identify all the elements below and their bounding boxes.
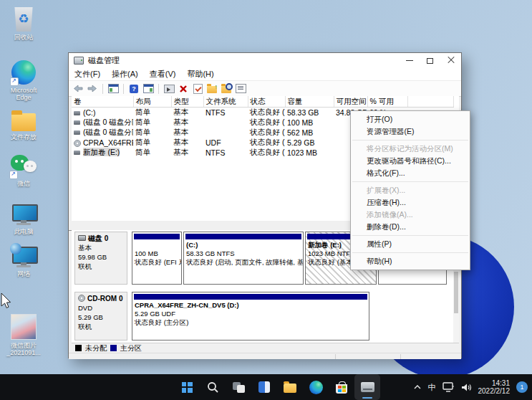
red-x-icon	[179, 85, 188, 93]
drive-icon	[74, 151, 80, 155]
monitor-base	[16, 265, 31, 267]
shortcut-arrow-icon	[10, 77, 19, 86]
desktop-icon-edge[interactable]: Microsoft Edge	[3, 60, 44, 101]
tray-time: 14:31	[478, 379, 511, 387]
notification-badge[interactable]: 1	[516, 381, 528, 393]
menu-item-add-mirror: 添加镜像(A)...	[351, 209, 470, 221]
disk-management-app-icon	[74, 57, 84, 65]
toolbar-window-button[interactable]	[142, 83, 154, 94]
cdrom-label[interactable]: CD-ROM 0 DVD 5.29 GB 联机	[74, 292, 127, 341]
monitor-base	[16, 223, 31, 225]
folder-up-icon	[207, 86, 217, 93]
windows-logo-icon	[182, 382, 193, 393]
partition-c[interactable]: (C:) 58.33 GB NTFS 状态良好 (启动, 页面文件, 故障转储,…	[183, 232, 304, 285]
menu-file[interactable]: 文件(F)	[69, 69, 106, 80]
toolbar-separator	[102, 84, 103, 94]
disk-management-taskbar-button[interactable]	[354, 374, 380, 400]
menu-item-format[interactable]: 格式化(F)...	[351, 167, 470, 179]
folder-search-icon	[221, 86, 231, 93]
help-icon	[130, 85, 138, 93]
close-button[interactable]	[440, 53, 461, 68]
this-pc-icon	[11, 203, 37, 226]
menu-item-change-drive-letter[interactable]: 更改驱动器号和路径(C)...	[351, 155, 470, 167]
col-type[interactable]: 类型	[171, 96, 203, 108]
menu-item-explorer[interactable]: 资源管理器(E)	[351, 125, 470, 138]
title-bar[interactable]: 磁盘管理	[69, 53, 461, 68]
menu-item-open[interactable]: 打开(O)	[351, 113, 470, 125]
toolbar-back-button[interactable]	[72, 83, 84, 94]
col-free[interactable]: 可用空间	[334, 96, 367, 108]
menu-item-delete-volume[interactable]: 删除卷(D)...	[351, 221, 470, 233]
start-button[interactable]	[174, 374, 200, 400]
primary-partition-swatch	[110, 345, 117, 351]
toolbar-separator	[158, 84, 159, 94]
file-explorer-button[interactable]	[277, 374, 303, 400]
partition-efi[interactable]: 100 MB 状态良好 (EFI 系统分区)	[132, 232, 182, 285]
clock[interactable]: 14:31 2022/2/12	[478, 379, 511, 395]
shortcut-arrow-icon	[9, 171, 18, 179]
disk-icon	[78, 235, 86, 241]
monitor-screen	[12, 204, 38, 222]
ime-indicator[interactable]: 中	[428, 382, 436, 393]
disk-management-icon	[361, 382, 374, 392]
task-view-button[interactable]	[226, 374, 251, 400]
col-volume[interactable]: 卷	[72, 96, 133, 108]
toolbar-console-tree-button[interactable]	[107, 83, 119, 94]
search-icon	[207, 381, 219, 394]
desktop-icon-wechat-image[interactable]: 微信图片_2021091...	[3, 314, 44, 356]
folder-icon	[11, 113, 36, 131]
toolbar-popup-button[interactable]	[163, 83, 175, 94]
globe-icon	[10, 243, 21, 254]
desktop-icon-label: 文件存放	[3, 133, 44, 141]
widgets-button[interactable]	[251, 374, 277, 400]
col-pct[interactable]: % 可用	[367, 96, 407, 108]
store-button[interactable]	[329, 374, 354, 400]
col-fs[interactable]: 文件系统	[203, 96, 248, 108]
toolbar-delete-button[interactable]	[178, 83, 189, 94]
menu-help[interactable]: 帮助(H)	[181, 69, 219, 80]
unallocated-swatch	[75, 345, 82, 351]
scrollbar-thumb[interactable]	[454, 272, 458, 313]
menu-separator	[352, 252, 468, 253]
desktop-icon-network[interactable]: 网络	[3, 245, 44, 277]
minimize-button[interactable]	[399, 53, 420, 68]
desktop-icon-this-pc[interactable]: 此电脑	[3, 203, 44, 235]
col-status[interactable]: 状态	[248, 96, 285, 108]
volume-context-menu: 打开(O) 资源管理器(E) 将分区标记为活动分区(M) 更改驱动器号和路径(C…	[350, 110, 470, 270]
toolbar-forward-button[interactable]	[87, 83, 98, 94]
menu-view[interactable]: 查看(V)	[144, 69, 182, 80]
toolbar-help-button[interactable]	[128, 83, 140, 94]
col-capacity[interactable]: 容量	[285, 96, 334, 108]
disk0-label[interactable]: 磁盘 0 基本 59.98 GB 联机	[74, 232, 127, 285]
widgets-icon	[258, 381, 270, 393]
task-view-icon	[233, 382, 245, 393]
menu-item-shrink-volume[interactable]: 压缩卷(H)...	[351, 196, 470, 209]
toolbar-details-button[interactable]	[235, 83, 246, 94]
desktop-icon-wechat[interactable]: 微信	[3, 155, 44, 187]
toolbar-check-button[interactable]	[192, 83, 203, 94]
window-pane-icon	[143, 84, 154, 93]
toolbar-folder-search-button[interactable]	[221, 83, 232, 94]
desktop-icon-recycle-bin[interactable]: 回收站	[3, 7, 44, 41]
menu-item-help[interactable]: 帮助(H)	[351, 255, 470, 267]
file-explorer-icon	[284, 384, 296, 393]
desktop-icon-folder[interactable]: 文件存放	[3, 109, 44, 141]
maximize-icon	[427, 58, 433, 64]
mouse-cursor	[0, 292, 12, 313]
toolbar-folder-up-button[interactable]	[206, 83, 218, 94]
partition-dvd[interactable]: CPRA_X64FRE_ZH-CN_DV5 (D:) 5.29 GB UDF 状…	[132, 292, 369, 341]
menu-item-properties[interactable]: 属性(P)	[351, 238, 470, 250]
volume-icon[interactable]	[461, 383, 472, 392]
minimize-icon	[406, 60, 413, 61]
image-thumbnail	[11, 314, 37, 340]
menu-action[interactable]: 操作(A)	[106, 69, 144, 80]
desktop-icon-label: 网络	[3, 270, 44, 277]
network-icon[interactable]	[442, 382, 455, 392]
active-app-indicator	[362, 397, 372, 399]
popup-window-icon	[164, 85, 175, 93]
edge-button[interactable]	[303, 374, 329, 400]
maximize-button[interactable]	[420, 53, 440, 68]
tray-chevron-icon[interactable]	[413, 384, 422, 390]
col-layout[interactable]: 布局	[133, 96, 171, 108]
search-button[interactable]	[200, 374, 226, 400]
